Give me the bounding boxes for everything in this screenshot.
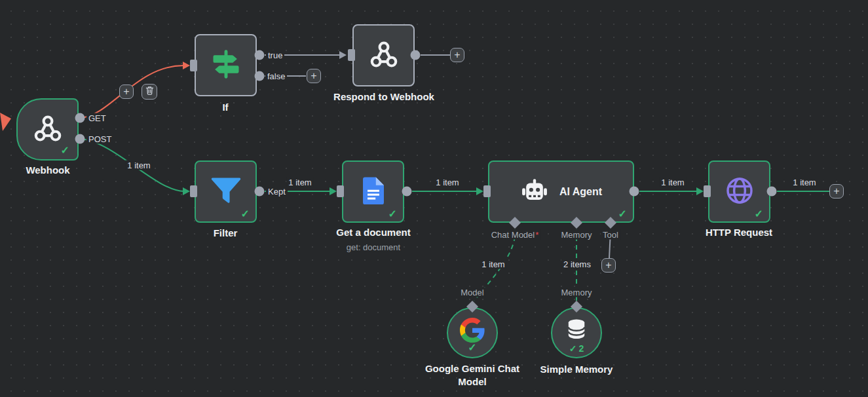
trash-icon — [145, 86, 154, 98]
ai-agent-memory-port-label: Memory — [559, 230, 594, 240]
get-document-node[interactable]: ✓ — [342, 161, 404, 223]
edge-items-label: 1 item — [434, 178, 461, 187]
webhook-icon — [368, 38, 400, 73]
ai-agent-tool-port-label: Tool — [601, 230, 620, 240]
if-node[interactable] — [195, 34, 257, 96]
webhook-node-title: Webhook — [26, 164, 69, 176]
webhook-post-label: POST — [86, 134, 113, 144]
respond-node-title: Respond to Webhook — [333, 91, 434, 102]
simple-memory-node[interactable]: ✓ 2 — [551, 307, 602, 358]
workflow-canvas[interactable]: ✓ ✓ — [0, 0, 868, 397]
edge-arrowhead — [330, 187, 337, 195]
ai-agent-title: AI Agent — [559, 186, 602, 198]
if-signpost-icon — [209, 47, 243, 84]
http-request-add-node-button[interactable]: + — [829, 184, 844, 198]
simple-memory-run-badge: ✓ 2 — [569, 343, 584, 354]
edge-arrowhead — [696, 187, 704, 195]
ai-agent-success-check: ✓ — [618, 208, 627, 221]
edge-items-label: 1 item — [286, 178, 313, 187]
chat-model-label-text: Chat Model — [491, 230, 535, 240]
edge-arrowhead — [183, 62, 190, 69]
connection-delete-button[interactable] — [142, 84, 157, 100]
filter-funnel-icon — [210, 174, 242, 210]
if-node-title: If — [222, 102, 228, 113]
memory-run-count: 2 — [578, 343, 584, 354]
edge-arrowhead — [476, 187, 483, 195]
filter-node[interactable]: ✓ — [195, 161, 257, 223]
ai-agent-node[interactable]: AI Agent ✓ — [488, 161, 634, 223]
edge-arrowhead — [183, 187, 190, 195]
if-false-add-node-button[interactable]: + — [307, 69, 321, 83]
http-request-node[interactable]: ✓ — [708, 161, 770, 223]
ai-agent-add-tool-button[interactable]: + — [601, 258, 616, 273]
http-request-node-title: HTTP Request — [706, 227, 772, 238]
gemini-node-title: Google Gemini Chat Model — [412, 362, 533, 388]
memory-success-check: ✓ — [569, 343, 577, 354]
webhook-icon — [31, 112, 64, 147]
edge-items-label: 1 item — [480, 259, 506, 269]
respond-to-webhook-node[interactable] — [352, 24, 415, 86]
get-document-subtitle: get: document — [347, 242, 400, 252]
globe-icon — [724, 175, 755, 209]
http-request-success-check: ✓ — [755, 208, 763, 221]
required-asterisk: * — [535, 230, 538, 240]
ai-agent-chat-model-port-label: Chat Model* — [489, 230, 541, 240]
get-document-success-check: ✓ — [388, 208, 397, 221]
webhook-get-label: GET — [86, 113, 108, 123]
google-docs-icon — [358, 176, 388, 208]
if-false-label: false — [265, 71, 287, 81]
webhook-node[interactable]: ✓ — [16, 98, 79, 161]
filter-success-check: ✓ — [241, 208, 250, 221]
connection-add-button[interactable]: + — [119, 85, 134, 99]
respond-add-node-button[interactable]: + — [450, 48, 464, 62]
simple-memory-node-title: Simple Memory — [540, 364, 613, 375]
edge-arrowhead — [339, 51, 347, 59]
offscreen-red-arrow — [0, 113, 11, 131]
webhook-success-check: ✓ — [61, 144, 69, 157]
gemini-port-label: Model — [459, 288, 485, 297]
simple-memory-port-label: Memory — [559, 288, 594, 297]
gemini-chat-model-node[interactable]: ✓ — [447, 307, 498, 358]
edge-items-label: 1 item — [125, 161, 152, 170]
if-true-label: true — [266, 50, 284, 60]
database-icon — [563, 316, 590, 345]
get-document-node-title: Get a document — [336, 227, 410, 238]
edge-items-label: 1 item — [659, 178, 686, 187]
gemini-success-check: ✓ — [468, 341, 476, 354]
edge-items-label: 1 item — [791, 178, 818, 187]
filter-kept-label: Kept — [266, 187, 288, 197]
filter-node-title: Filter — [214, 227, 238, 238]
robot-icon — [520, 176, 549, 208]
edge-items-label: 2 items — [561, 259, 593, 269]
